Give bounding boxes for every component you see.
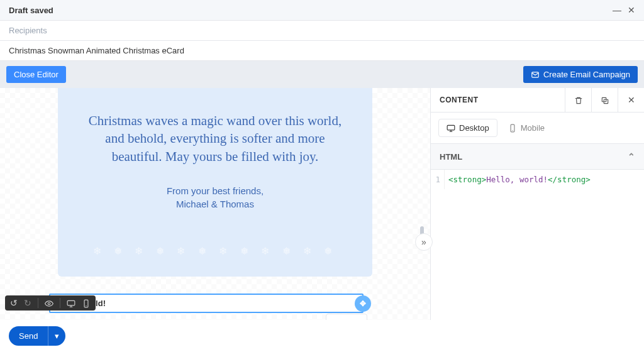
ecard-signature[interactable]: From your best friends, Michael & Thomas xyxy=(58,184,372,211)
send-button[interactable]: Send xyxy=(9,326,48,346)
footer: Send ▾ xyxy=(0,320,644,352)
snowflake-decoration: ❄ ❅ ❄ ❅ ❄ ❅ ❄ ❅ ❄ ❅ ❄ ❅ xyxy=(58,245,372,270)
html-block-selected[interactable]: Hello, world! ✥ xyxy=(49,294,364,313)
window-controls: — ✕ xyxy=(613,5,635,15)
undo-icon[interactable]: ↺ xyxy=(10,298,18,308)
panel-duplicate-icon[interactable] xyxy=(591,88,618,112)
tab-mobile-label: Mobile xyxy=(521,123,545,133)
panel-close-icon[interactable]: ✕ xyxy=(618,88,644,112)
editor-toolbar: Close Editor Create Email Campaign xyxy=(0,61,644,88)
editor-canvas[interactable]: Christmas waves a magic wand over this w… xyxy=(0,88,430,328)
create-campaign-button[interactable]: Create Email Campaign xyxy=(523,66,638,83)
mobile-icon xyxy=(508,124,517,133)
close-icon[interactable]: ✕ xyxy=(628,5,635,15)
panel-title: CONTENT xyxy=(431,89,565,111)
canvas-toolbar: ↺ ↻ xyxy=(5,295,96,311)
desktop-view-icon[interactable] xyxy=(67,298,75,308)
desktop-icon xyxy=(447,124,455,133)
create-campaign-label: Create Email Campaign xyxy=(543,70,630,79)
svg-rect-2 xyxy=(67,300,75,305)
svg-rect-3 xyxy=(84,300,88,307)
campaign-icon xyxy=(531,70,540,79)
tab-mobile[interactable]: Mobile xyxy=(500,119,553,137)
panel-header: CONTENT ✕ xyxy=(431,88,644,113)
line-number: 1 xyxy=(431,170,445,189)
code-open-tag: <strong> xyxy=(448,175,486,184)
svg-point-1 xyxy=(48,302,50,305)
code-line[interactable]: <strong>Hello, world!</strong> xyxy=(445,170,594,189)
subject-field[interactable]: Christmas Snowman Animated Christmas eCa… xyxy=(0,41,644,61)
mobile-view-icon[interactable] xyxy=(82,298,91,308)
send-button-group: Send ▾ xyxy=(9,326,65,346)
code-text: Hello, world! xyxy=(486,175,548,184)
move-handle-icon[interactable]: ✥ xyxy=(355,295,371,312)
window-header: Draft saved — ✕ xyxy=(0,0,644,21)
properties-panel: CONTENT ✕ Desktop Mobile HTML xyxy=(430,88,644,328)
tab-desktop-label: Desktop xyxy=(459,123,489,133)
ecard-quote[interactable]: Christmas waves a magic wand over this w… xyxy=(58,88,372,172)
html-section-header[interactable]: HTML ⌃ xyxy=(431,144,644,170)
code-close-tag: </strong> xyxy=(548,175,591,184)
main-area: Christmas waves a magic wand over this w… xyxy=(0,88,644,328)
panel-delete-icon[interactable] xyxy=(565,88,591,112)
html-section-label: HTML xyxy=(440,152,462,162)
recipients-field[interactable]: Recipients xyxy=(0,21,644,41)
send-dropdown-button[interactable]: ▾ xyxy=(48,326,65,346)
redo-icon[interactable]: ↻ xyxy=(24,298,31,308)
tab-desktop[interactable]: Desktop xyxy=(438,119,497,137)
close-editor-button[interactable]: Close Editor xyxy=(6,66,66,83)
collapse-panel-icon[interactable]: » xyxy=(415,233,433,251)
ecard-canvas[interactable]: Christmas waves a magic wand over this w… xyxy=(58,88,372,302)
device-tabs: Desktop Mobile xyxy=(431,113,644,144)
ecard-from-line1: From your best friends, xyxy=(58,184,372,197)
chevron-up-icon: ⌃ xyxy=(628,151,635,162)
separator xyxy=(60,298,60,308)
html-code-editor[interactable]: 1 <strong>Hello, world!</strong> xyxy=(431,170,644,189)
minimize-icon[interactable]: — xyxy=(613,5,621,15)
svg-rect-8 xyxy=(447,125,455,130)
draft-status: Draft saved xyxy=(9,6,53,15)
ecard-from-line2: Michael & Thomas xyxy=(58,197,372,211)
preview-icon[interactable] xyxy=(45,298,53,308)
separator xyxy=(38,298,38,308)
